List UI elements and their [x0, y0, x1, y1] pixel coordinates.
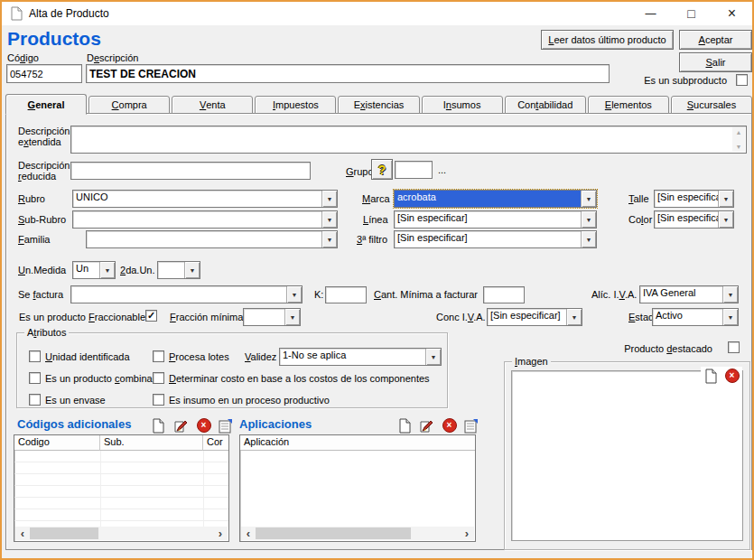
determinar-costo-checkbox[interactable] [153, 372, 164, 384]
chevron-down-icon[interactable]: ▼ [99, 262, 115, 278]
unmedida-select[interactable]: Un ▼ [72, 261, 116, 279]
filtro3-select[interactable]: [Sin especificar] ▼ [394, 230, 597, 248]
codes-table-body[interactable] [14, 451, 228, 521]
es-envase-checkbox[interactable] [29, 394, 41, 406]
chevron-down-icon[interactable]: ▼ [566, 309, 582, 325]
chevron-down-icon[interactable]: ▼ [425, 349, 441, 365]
producto-destacado-checkbox[interactable] [728, 341, 740, 353]
apps-edit-button[interactable] [418, 417, 435, 434]
validez-value: 1-No se aplica [280, 349, 425, 365]
chevron-down-icon[interactable]: ▼ [284, 309, 300, 325]
scroll-right-icon[interactable]: › [460, 527, 474, 540]
imagen-legend: Imagen [512, 356, 551, 367]
group-lookup-button[interactable]: ? [371, 159, 393, 180]
estado-value: Activo [653, 309, 722, 325]
scroll-down-icon[interactable]: ▼ [736, 142, 742, 152]
chevron-down-icon[interactable]: ▼ [722, 309, 738, 325]
talle-select[interactable]: [Sin especifica ▼ [654, 190, 734, 208]
scrollbar-thumb[interactable] [30, 527, 98, 539]
apps-delete-button[interactable]: × [441, 417, 458, 434]
linea-select[interactable]: [Sin especificar] ▼ [394, 210, 597, 229]
chevron-down-icon[interactable]: ▼ [184, 262, 200, 278]
codes-delete-button[interactable]: × [195, 417, 212, 434]
codes-properties-button[interactable] [217, 417, 234, 434]
scroll-up-icon[interactable]: ▲ [736, 127, 742, 137]
column-header[interactable]: Codigo [14, 435, 100, 451]
se-factura-select[interactable]: ▼ [70, 285, 303, 303]
tab-contabilidad[interactable]: Contabilidad [505, 96, 586, 114]
scroll-left-icon[interactable]: ‹ [241, 527, 256, 540]
extended-description-textarea[interactable]: ▲ ▼ [70, 126, 747, 154]
imagen-delete-button[interactable]: × [723, 368, 740, 384]
accept-button[interactable]: Aceptar [679, 30, 752, 50]
alic-iva-select[interactable]: IVA General ▼ [639, 285, 739, 303]
tab-impuestos[interactable]: Impuestos [255, 96, 336, 114]
imagen-new-button[interactable] [703, 368, 720, 384]
tab-existencias[interactable]: Existencias [338, 96, 419, 114]
familia-value [87, 231, 321, 247]
codes-table[interactable]: Codigo Sub. Cor ‹ › [14, 434, 229, 542]
code-input[interactable] [6, 64, 82, 83]
column-header[interactable]: Cor [203, 435, 228, 451]
tab-general[interactable]: General [5, 94, 87, 115]
chevron-down-icon[interactable]: ▼ [321, 191, 337, 207]
unidad-identificada-checkbox[interactable] [29, 350, 41, 362]
imagen-preview[interactable] [511, 370, 743, 541]
maximize-button[interactable]: □ [671, 2, 712, 25]
apps-table[interactable]: Aplicación ‹ › [239, 434, 476, 542]
apps-horizontal-scrollbar[interactable]: ‹ › [241, 527, 474, 540]
chevron-down-icon[interactable]: ▼ [718, 211, 733, 228]
k-input[interactable] [325, 286, 367, 303]
rubro-select[interactable]: UNICO ▼ [72, 190, 338, 208]
vertical-scrollbar[interactable]: ▲ ▼ [732, 127, 745, 152]
tab-elementos[interactable]: Elementos [588, 96, 669, 114]
exit-button[interactable]: Salir [679, 52, 752, 72]
fraccionable-label: Es un producto Fraccionable [19, 312, 145, 322]
producto-combinado-checkbox[interactable] [29, 372, 41, 384]
group-input[interactable] [395, 161, 433, 179]
cant-minima-input[interactable] [483, 286, 525, 303]
validez-select[interactable]: 1-No se aplica ▼ [279, 348, 442, 366]
column-header[interactable]: Sub. [100, 435, 203, 451]
familia-select[interactable]: ▼ [86, 230, 338, 248]
estado-select[interactable]: Activo ▼ [652, 308, 739, 326]
check-icon: ✓ [147, 310, 155, 321]
marca-select[interactable]: acrobata ▼ [394, 190, 597, 208]
chevron-down-icon[interactable]: ▼ [321, 231, 337, 247]
segunda-un-select[interactable]: ▼ [157, 261, 200, 279]
subrubro-select[interactable]: ▼ [72, 210, 338, 229]
chevron-down-icon[interactable]: ▼ [321, 211, 337, 228]
read-last-product-button[interactable]: Leer datos último producto [541, 30, 674, 50]
chevron-down-icon[interactable]: ▼ [718, 191, 733, 207]
minimize-button[interactable]: — [630, 2, 671, 25]
apps-properties-button[interactable] [462, 417, 479, 434]
fraccion-minima-select[interactable]: ▼ [243, 308, 301, 326]
chevron-down-icon[interactable]: ▼ [722, 286, 738, 303]
subproduct-checkbox[interactable] [736, 74, 748, 86]
codes-new-button[interactable] [150, 417, 167, 434]
short-description-input[interactable] [70, 162, 311, 180]
codes-horizontal-scrollbar[interactable]: ‹ › [15, 527, 228, 540]
color-select[interactable]: [Sin especifica ▼ [654, 210, 734, 229]
conc-iva-select[interactable]: [Sin especificar] ▼ [487, 308, 582, 326]
fraccionable-checkbox[interactable]: ✓ [145, 310, 157, 322]
chevron-down-icon[interactable]: ▼ [581, 231, 596, 247]
tab-sucursales[interactable]: Sucursales [671, 96, 752, 114]
description-input[interactable] [86, 64, 610, 83]
column-header[interactable]: Aplicación [240, 435, 475, 451]
tab-venta[interactable]: Venta [172, 96, 253, 114]
tab-compra[interactable]: Compra [88, 96, 170, 114]
codes-edit-button[interactable] [172, 417, 190, 434]
tab-insumos[interactable]: Insumos [422, 96, 503, 114]
scrollbar-thumb[interactable] [256, 527, 411, 539]
scroll-left-icon[interactable]: ‹ [15, 527, 30, 540]
es-insumo-checkbox[interactable] [153, 394, 164, 406]
procesa-lotes-checkbox[interactable] [153, 350, 164, 362]
chevron-down-icon[interactable]: ▼ [286, 286, 302, 303]
apps-new-button[interactable] [396, 417, 414, 434]
scroll-right-icon[interactable]: › [213, 527, 228, 540]
chevron-down-icon[interactable]: ▼ [581, 191, 596, 207]
chevron-down-icon[interactable]: ▼ [581, 211, 596, 228]
procesa-lotes-label: Procesa lotes [169, 351, 229, 362]
close-button[interactable]: × [712, 2, 752, 25]
